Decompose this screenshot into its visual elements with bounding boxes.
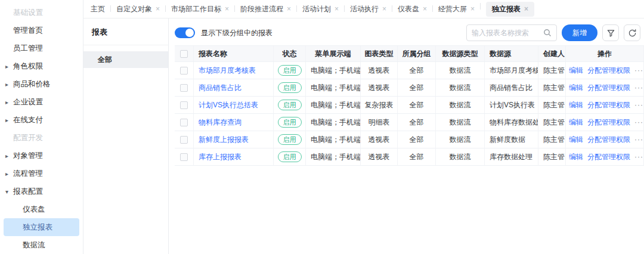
select-all-checkbox[interactable] [180,50,188,58]
refresh-button[interactable] [624,24,640,41]
chevron-right-icon[interactable]: ▸ [5,81,8,88]
datasource-cell: 库存数据处理 [485,148,538,166]
tab-close-icon[interactable]: × [524,5,528,13]
tab-独立报表[interactable]: 独立报表× [486,2,534,17]
sidebar-item-对象管理[interactable]: ▸对象管理 [0,147,83,165]
report-search-box[interactable] [466,24,557,41]
search-input[interactable] [472,29,540,37]
menu-display-cell: 电脑端；手机端... [306,62,361,79]
more-actions-icon[interactable]: ··· [634,101,643,109]
tab-主页[interactable]: 主页 [91,4,105,14]
row-checkbox[interactable] [180,153,188,161]
sidebar-item-label: 企业设置 [13,97,43,107]
sidebar-item-仪表盘[interactable]: 仪表盘 [0,200,83,218]
report-name-link[interactable]: 市场部月度考核表 [199,66,256,76]
chevron-right-icon[interactable]: ▸ [5,153,8,159]
row-select-cell [175,97,194,114]
status-badge: 启用 [278,134,302,145]
more-actions-icon[interactable]: ··· [634,135,643,144]
report-name-link[interactable]: 计划VS执行总括表 [199,100,258,110]
sidebar-item-企业设置[interactable]: ▸企业设置 [0,93,83,111]
edit-link[interactable]: 编辑 [569,117,583,128]
more-actions-icon[interactable]: ··· [634,66,643,75]
tab-活动计划[interactable]: 活动计划× [302,4,339,14]
row-checkbox[interactable] [180,119,188,126]
row-checkbox[interactable] [180,84,188,92]
tab-close-icon[interactable]: × [423,5,427,13]
filter-button[interactable] [602,24,619,41]
report-name-link[interactable]: 库存上报报表 [199,152,242,162]
sidebar-item-label: 数据流 [23,240,45,250]
chevron-right-icon[interactable]: ▸ [5,117,8,123]
sidebar-item-流程管理[interactable]: ▸流程管理 [0,165,83,182]
tab-close-icon[interactable]: × [225,5,229,13]
edit-link[interactable]: 编辑 [569,152,583,162]
table-header: 报表名称状态菜单展示端图表类型所属分组数据源类型数据源创建人操作 [175,46,644,62]
tab-close-icon[interactable]: × [156,5,160,13]
group-item-全部[interactable]: 全部 [83,51,168,68]
add-report-button[interactable]: 新增 [562,24,597,41]
status-cell: 启用 [274,97,306,114]
sidebar-item-管理首页[interactable]: 管理首页 [0,21,83,39]
assign-permission-link[interactable]: 分配管理权限 [587,100,630,110]
sidebar-item-label: 在线支付 [13,115,43,125]
status-badge: 启用 [278,65,302,76]
tab-close-icon[interactable]: × [287,5,291,13]
report-name-link[interactable]: 商品销售占比 [199,83,242,93]
assign-permission-link[interactable]: 分配管理权限 [587,117,630,128]
tab-close-icon[interactable]: × [382,5,386,13]
assign-permission-link[interactable]: 分配管理权限 [587,66,630,76]
assign-permission-link[interactable]: 分配管理权限 [587,135,630,145]
reports-table: 报表名称状态菜单展示端图表类型所属分组数据源类型数据源创建人操作 市场部月度考核… [175,45,644,166]
sidebar-item-label: 基础设置 [13,8,43,18]
menu-display-cell: 电脑端；手机端... [306,131,361,148]
sidebar-item-独立报表[interactable]: 独立报表 [4,218,79,236]
tab-自定义对象[interactable]: 自定义对象× [116,4,160,14]
tab-close-icon[interactable]: × [335,5,339,13]
report-name-cell: 计划VS执行总括表 [194,97,274,114]
column-header-操作: 操作 [566,46,644,62]
chart-type-cell: 明细表 [361,114,398,131]
edit-link[interactable]: 编辑 [569,83,583,93]
assign-permission-link[interactable]: 分配管理权限 [587,152,630,162]
report-name-link[interactable]: 新鲜度上报报表 [199,135,249,145]
row-checkbox[interactable] [180,101,188,109]
table-row: 商品销售占比启用电脑端；手机端...透视表全部数据流商品销售占比陈主管编辑分配管… [175,79,644,97]
datasource-type-cell: 数据流 [436,148,485,166]
menu-display-cell: 电脑端；手机端... [306,148,361,166]
tab-活动执行[interactable]: 活动执行× [350,4,386,14]
status-cell: 启用 [274,62,306,79]
chevron-right-icon[interactable]: ▸ [5,99,8,106]
content-row: 报表 全部 显示下级分组中的报表 新增 [83,18,644,254]
tab-经营大屏[interactable]: 经营大屏× [438,4,475,14]
chevron-right-icon[interactable]: ▸ [5,63,8,70]
row-checkbox[interactable] [180,136,188,144]
chart-type-cell: 透视表 [361,148,398,166]
tab-市场部工作目标[interactable]: 市场部工作目标× [171,4,229,14]
report-name-link[interactable]: 物料库存查询 [199,117,242,128]
row-select-cell [175,62,194,79]
sidebar-item-在线支付[interactable]: ▸在线支付 [0,111,83,129]
more-actions-icon[interactable]: ··· [634,83,643,92]
sidebar-item-角色权限[interactable]: ▸角色权限 [0,57,83,75]
tab-阶段推进流程[interactable]: 阶段推进流程× [240,4,291,14]
edit-link[interactable]: 编辑 [569,135,583,145]
tab-close-icon[interactable]: × [470,5,475,13]
assign-permission-link[interactable]: 分配管理权限 [587,83,630,93]
more-actions-icon[interactable]: ··· [634,153,643,161]
sidebar-item-员工管理[interactable]: 员工管理 [0,39,83,57]
datasource-cell: 市场部月度考核 [485,62,538,79]
sidebar-item-商品和价格[interactable]: ▸商品和价格 [0,75,83,93]
tab-仪表盘[interactable]: 仪表盘× [398,4,427,14]
more-actions-icon[interactable]: ··· [634,118,643,126]
sidebar-item-报表配置[interactable]: ▾报表配置 [0,182,83,200]
chart-type-cell: 透视表 [361,131,398,148]
sidebar-item-数据流[interactable]: 数据流 [0,236,83,254]
chevron-right-icon[interactable]: ▸ [5,171,8,177]
edit-link[interactable]: 编辑 [569,100,583,110]
chevron-down-icon[interactable]: ▾ [5,188,8,195]
show-subgroup-toggle[interactable] [175,27,195,38]
edit-link[interactable]: 编辑 [569,66,583,76]
group-cell: 全部 [398,148,436,166]
row-checkbox[interactable] [180,67,188,75]
